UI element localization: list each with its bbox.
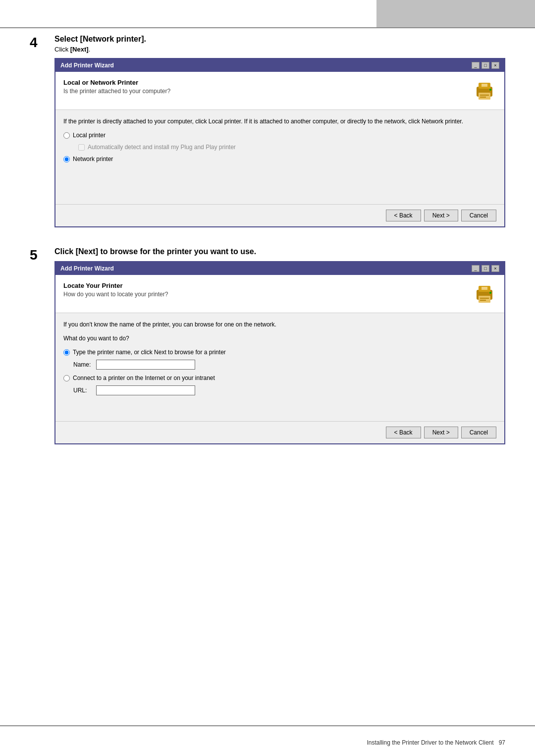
wizard-header-2: Add Printer Wizard _ □ × bbox=[55, 262, 504, 275]
cancel-btn-1[interactable]: Cancel bbox=[461, 210, 496, 221]
svg-rect-2 bbox=[479, 93, 490, 100]
step-4-subtitle: Click [Next]. bbox=[54, 46, 505, 53]
wizard-title-2: Add Printer Wizard bbox=[60, 265, 114, 272]
svg-rect-4 bbox=[480, 97, 486, 98]
close-btn-1[interactable]: × bbox=[491, 62, 499, 69]
radio-network-printer-label: Network printer bbox=[73, 155, 113, 163]
url-input[interactable] bbox=[96, 385, 195, 395]
wizard-box-1: Add Printer Wizard _ □ × Local or Networ… bbox=[54, 58, 505, 227]
step-4-number: 4 bbox=[30, 36, 54, 227]
radio-type-name: Type the printer name, or click Next to … bbox=[63, 348, 496, 357]
bottom-rule bbox=[0, 725, 535, 726]
checkbox-autodetect-label: Automatically detect and install my Plug… bbox=[88, 143, 236, 152]
name-field-container: Name: bbox=[73, 360, 496, 370]
wizard-header-icons-2: _ □ × bbox=[472, 265, 499, 272]
checkbox-autodetect: Automatically detect and install my Plug… bbox=[78, 143, 496, 152]
spacer-2 bbox=[63, 399, 496, 414]
step-4-content: Select [Network printer]. Click [Next]. … bbox=[54, 35, 505, 227]
printer-icon-1 bbox=[473, 79, 496, 103]
svg-rect-9 bbox=[479, 296, 490, 303]
back-btn-1[interactable]: < Back bbox=[386, 210, 421, 221]
svg-rect-3 bbox=[480, 95, 489, 96]
wizard-info-2: If you don't know the name of the printe… bbox=[55, 313, 504, 421]
maximize-btn-1[interactable]: □ bbox=[482, 62, 489, 69]
svg-point-12 bbox=[489, 292, 491, 294]
radio-network-printer-input[interactable] bbox=[63, 156, 70, 162]
name-input[interactable] bbox=[96, 360, 195, 370]
wizard-footer-2: < Back Next > Cancel bbox=[55, 421, 504, 443]
radio-type-name-label: Type the printer name, or click Next to … bbox=[73, 348, 226, 357]
svg-rect-13 bbox=[482, 287, 487, 290]
wizard-body-2: Locate Your Printer How do you want to l… bbox=[55, 275, 504, 313]
next-btn-1[interactable]: Next > bbox=[424, 210, 458, 221]
cancel-btn-2[interactable]: Cancel bbox=[461, 427, 496, 438]
footer: Installing the Printer Driver to the Net… bbox=[0, 739, 535, 746]
step-5-title: Click [Next] to browse for the printer y… bbox=[54, 247, 505, 256]
radio-local-printer-input[interactable] bbox=[63, 132, 70, 139]
main-content: 4 Select [Network printer]. Click [Next]… bbox=[30, 35, 505, 464]
radio-type-name-input[interactable] bbox=[63, 349, 70, 356]
wizard-section-subtitle-2: How do you want to locate your printer? bbox=[63, 291, 168, 298]
step-4-title: Select [Network printer]. bbox=[54, 35, 505, 44]
step-4: 4 Select [Network printer]. Click [Next]… bbox=[30, 35, 505, 227]
svg-point-5 bbox=[489, 89, 491, 91]
wizard-header-1: Add Printer Wizard _ □ × bbox=[55, 59, 504, 72]
close-btn-2[interactable]: × bbox=[491, 265, 499, 272]
radio-network-printer: Network printer bbox=[63, 155, 496, 163]
wizard-sub-info-2: What do you want to do? bbox=[63, 334, 496, 343]
footer-text: Installing the Printer Driver to the Net… bbox=[367, 739, 494, 746]
wizard-header-icons-1: _ □ × bbox=[472, 62, 499, 69]
step-5-number: 5 bbox=[30, 248, 54, 444]
wizard-section-title-1: Local or Network Printer bbox=[63, 79, 170, 86]
radio-internet-printer: Connect to a printer on the Internet or … bbox=[63, 374, 496, 382]
wizard-title-1: Add Printer Wizard bbox=[60, 62, 114, 69]
wizard-info-text-2: If you don't know the name of the printe… bbox=[63, 320, 496, 329]
radio-internet-printer-input[interactable] bbox=[63, 375, 70, 381]
svg-rect-6 bbox=[482, 84, 487, 87]
wizard-body-1: Local or Network Printer Is the printer … bbox=[55, 72, 504, 110]
next-btn-2[interactable]: Next > bbox=[424, 427, 458, 438]
step-5-content: Click [Next] to browse for the printer y… bbox=[54, 247, 505, 444]
maximize-btn-2[interactable]: □ bbox=[482, 265, 489, 272]
name-label: Name: bbox=[73, 360, 93, 369]
radio-internet-printer-label: Connect to a printer on the Internet or … bbox=[73, 374, 215, 382]
wizard-info-text-1: If the printer is directly attached to y… bbox=[63, 117, 496, 126]
checkbox-autodetect-input[interactable] bbox=[78, 144, 85, 151]
svg-rect-11 bbox=[480, 300, 486, 301]
wizard-footer-1: < Back Next > Cancel bbox=[55, 204, 504, 226]
back-btn-2[interactable]: < Back bbox=[386, 427, 421, 438]
printer-icon-2 bbox=[473, 282, 496, 306]
wizard-body-text-1: Local or Network Printer Is the printer … bbox=[63, 79, 170, 95]
wizard-info-1: If the printer is directly attached to y… bbox=[55, 110, 504, 204]
wizard-box-2: Add Printer Wizard _ □ × Locate Your Pri… bbox=[54, 261, 505, 444]
url-label: URL: bbox=[73, 386, 93, 395]
minimize-btn-2[interactable]: _ bbox=[472, 265, 480, 272]
wizard-section-subtitle-1: Is the printer attached to your computer… bbox=[63, 88, 170, 95]
footer-page: 97 bbox=[499, 739, 505, 746]
radio-group-1: Local printer Automatically detect and i… bbox=[63, 131, 496, 163]
spacer-1 bbox=[63, 167, 496, 197]
top-bar bbox=[376, 0, 535, 27]
wizard-body-text-2: Locate Your Printer How do you want to l… bbox=[63, 282, 168, 298]
url-field-container: URL: bbox=[73, 385, 496, 395]
top-rule bbox=[0, 27, 535, 28]
wizard-section-title-2: Locate Your Printer bbox=[63, 282, 168, 289]
radio-local-printer-label: Local printer bbox=[73, 131, 106, 140]
radio-local-printer: Local printer bbox=[63, 131, 496, 140]
svg-rect-10 bbox=[480, 298, 489, 299]
minimize-btn-1[interactable]: _ bbox=[472, 62, 480, 69]
step-5: 5 Click [Next] to browse for the printer… bbox=[30, 247, 505, 444]
radio-group-2: Type the printer name, or click Next to … bbox=[63, 348, 496, 395]
